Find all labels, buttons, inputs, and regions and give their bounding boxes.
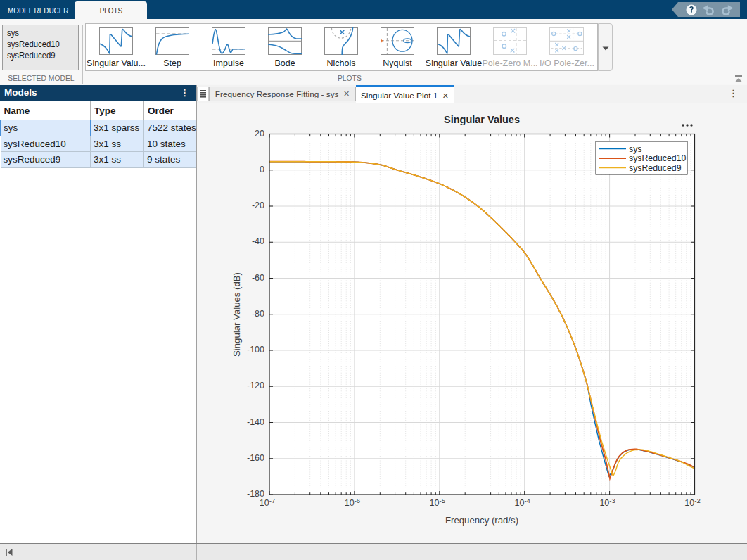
svg-text:-140: -140 (247, 417, 264, 427)
svg-text:Singular Values (dB): Singular Values (dB) (231, 272, 242, 357)
svg-text:sys: sys (629, 144, 641, 154)
svg-text:-20: -20 (252, 201, 264, 210)
svg-text:sysReduced9: sysReduced9 (629, 163, 682, 173)
svg-text:sysReduced10: sysReduced10 (629, 153, 687, 163)
svg-text:-100: -100 (247, 345, 264, 355)
svg-text:Frequency (rad/s): Frequency (rad/s) (445, 515, 518, 526)
svg-text:-40: -40 (252, 236, 264, 246)
svg-text:-160: -160 (247, 453, 264, 463)
svg-text:20: 20 (255, 129, 264, 139)
svg-text:-120: -120 (247, 381, 264, 390)
svg-text:Singular Values: Singular Values (444, 114, 520, 125)
svg-text:-60: -60 (252, 273, 264, 283)
svg-text:0: 0 (260, 165, 264, 174)
svg-text:-80: -80 (252, 309, 264, 319)
